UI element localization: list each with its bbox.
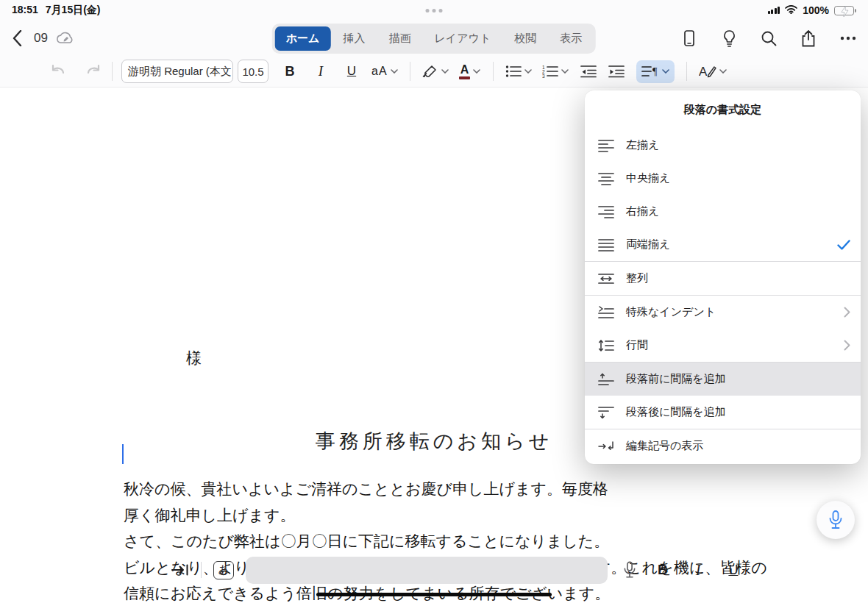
- header-bar: 09 ホーム 挿入 描画 レイアウト 校閲 表示: [0, 21, 868, 56]
- decrease-indent-button[interactable]: [577, 60, 600, 83]
- share-icon[interactable]: [799, 29, 818, 48]
- body-line: 秋冷の候、貴社いよいよご清祥のこととお慶び申し上げます。毎度格: [124, 477, 767, 503]
- formatting-toolbar: 游明朝 Regular (本文 10.5 B I U aA A: [0, 56, 868, 88]
- menu-item-label: 段落前に間隔を追加: [626, 372, 850, 386]
- font-name-selector[interactable]: 游明朝 Regular (本文: [121, 60, 233, 83]
- home-indicator[interactable]: [316, 593, 552, 596]
- dictation-fab[interactable]: [817, 501, 855, 539]
- document-title[interactable]: 09: [34, 31, 48, 46]
- salutation-text: 様: [186, 348, 202, 368]
- mobile-view-icon[interactable]: [680, 29, 699, 48]
- tab-insert[interactable]: 挿入: [332, 26, 376, 51]
- menu-title: 段落の書式設定: [585, 90, 861, 129]
- text-effects-button[interactable]: aA: [371, 60, 398, 83]
- bold-button[interactable]: B: [279, 60, 301, 83]
- menu-item-label: 整列: [626, 271, 850, 285]
- text-effects-label: aA: [371, 65, 388, 78]
- charging-bolt-icon: [841, 6, 849, 17]
- font-color-button[interactable]: A: [459, 60, 481, 83]
- microphone-icon: [829, 510, 842, 529]
- chevron-right-icon: [844, 340, 850, 351]
- svg-text:¶: ¶: [652, 66, 658, 77]
- menu-item-label: 左揃え: [626, 138, 850, 152]
- accessory-italic-button[interactable]: I: [696, 562, 701, 579]
- underline-button[interactable]: U: [341, 60, 363, 83]
- ribbon-tab-group: ホーム 挿入 描画 レイアウト 校閲 表示: [272, 24, 596, 54]
- word-ipad-screen: 18:51 7月15日(金) 100% 09: [0, 0, 868, 603]
- bullet-list-icon: [505, 65, 522, 78]
- align-left-icon: [597, 139, 616, 152]
- styles-pen-icon: A: [699, 64, 716, 79]
- tab-review[interactable]: 校閲: [503, 26, 547, 51]
- undo-button[interactable]: [47, 60, 69, 83]
- chevron-down-icon: [473, 69, 480, 74]
- outdent-icon: [580, 65, 597, 78]
- align-center-icon: [597, 172, 616, 185]
- paragraph-format-menu: 段落の書式設定 左揃え 中央揃え 右揃え 両端揃え 整列 特殊なインデント: [585, 90, 861, 464]
- accessory-divider: [201, 562, 202, 578]
- chevron-down-icon: [719, 69, 727, 74]
- align-right-icon: [597, 205, 616, 218]
- menu-item-label: 中央揃え: [626, 171, 850, 185]
- menu-item-distribute[interactable]: 整列: [585, 262, 861, 295]
- font-size-selector[interactable]: 10.5: [238, 60, 268, 83]
- bullet-list-button[interactable]: [505, 60, 532, 83]
- search-icon[interactable]: [759, 29, 778, 48]
- paragraph-formatting-icon: ¶: [641, 65, 659, 78]
- accessory-mic-button[interactable]: [624, 561, 636, 579]
- tab-view[interactable]: 表示: [549, 26, 593, 51]
- highlight-color-button[interactable]: [422, 60, 449, 83]
- status-date: 7月15日(金): [46, 4, 101, 17]
- menu-item-align-right[interactable]: 右揃え: [585, 195, 861, 228]
- battery-percent: 100%: [803, 4, 829, 16]
- status-center-indicator: [426, 9, 443, 13]
- font-name-value: 游明朝 Regular (本文: [128, 65, 232, 79]
- space-before-icon: [597, 373, 616, 386]
- tab-draw[interactable]: 描画: [377, 26, 421, 51]
- italic-button[interactable]: I: [310, 60, 332, 83]
- font-color-icon: A: [459, 64, 470, 79]
- increase-indent-button[interactable]: [605, 60, 627, 83]
- numbered-list-icon: 123: [542, 65, 558, 78]
- styles-button[interactable]: A: [699, 60, 727, 83]
- menu-item-label: 両端揃え: [626, 238, 837, 251]
- menu-item-special-indent[interactable]: 特殊なインデント: [585, 296, 861, 329]
- body-line: さて、このたび弊社は〇月〇日に下記に移転することになりました。: [124, 529, 767, 555]
- menu-item-justify[interactable]: 両端揃え: [585, 228, 861, 261]
- more-icon[interactable]: [839, 29, 858, 48]
- numbered-list-button[interactable]: 123: [542, 60, 569, 83]
- lightbulb-icon[interactable]: [719, 29, 739, 48]
- menu-item-show-marks[interactable]: 編集記号の表示: [585, 429, 861, 463]
- menu-item-label: 特殊なインデント: [626, 305, 844, 319]
- status-bar: 18:51 7月15日(金) 100%: [0, 0, 868, 21]
- show-marks-icon: [597, 440, 616, 453]
- redo-button[interactable]: [82, 60, 104, 83]
- back-button[interactable]: [7, 29, 26, 48]
- cloud-sync-icon: [55, 29, 74, 48]
- menu-item-align-left[interactable]: 左揃え: [585, 129, 861, 162]
- chevron-down-icon: [561, 69, 569, 74]
- accessory-bold-button[interactable]: B: [658, 562, 668, 578]
- keyboard-language-key[interactable]: あ: [213, 561, 234, 579]
- menu-item-space-after[interactable]: 段落後に間隔を追加: [585, 396, 861, 429]
- paragraph-formatting-button[interactable]: ¶: [636, 60, 675, 83]
- tab-key-button[interactable]: [171, 563, 189, 577]
- indent-icon: [608, 65, 625, 78]
- menu-item-line-spacing[interactable]: 行間: [585, 329, 861, 362]
- text-cursor: [122, 444, 124, 464]
- accessory-underline-button[interactable]: U: [728, 563, 738, 578]
- status-right: 100%: [768, 4, 856, 16]
- tab-layout[interactable]: レイアウト: [423, 26, 502, 51]
- chevron-down-icon: [662, 69, 669, 74]
- menu-item-label: 右揃え: [626, 204, 850, 218]
- inline-text-input[interactable]: [246, 557, 608, 584]
- menu-item-label: 行間: [626, 338, 844, 352]
- svg-text:A: A: [699, 65, 708, 79]
- svg-text:3: 3: [542, 74, 545, 79]
- menu-item-align-center[interactable]: 中央揃え: [585, 162, 861, 195]
- status-time: 18:51: [12, 4, 38, 17]
- highlighter-icon: [422, 64, 438, 79]
- tab-home[interactable]: ホーム: [275, 26, 331, 51]
- menu-item-space-before[interactable]: 段落前に間隔を追加: [585, 363, 861, 396]
- chevron-down-icon: [524, 69, 532, 74]
